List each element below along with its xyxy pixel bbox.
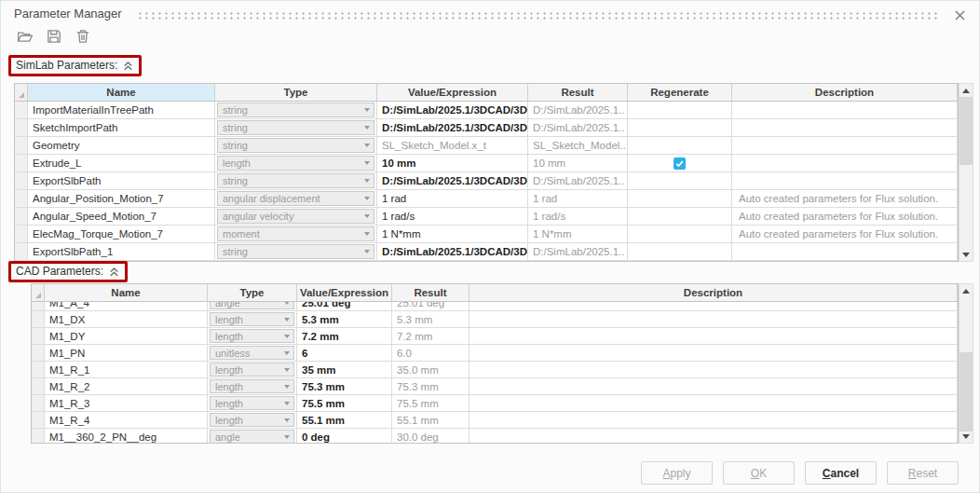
param-description-cell[interactable] [732, 119, 958, 137]
param-name-cell[interactable]: Extrude_L [28, 155, 215, 172]
apply-button[interactable]: Apply [641, 461, 713, 485]
type-dropdown[interactable]: angle [210, 430, 294, 444]
param-name-cell[interactable]: M1_DX [45, 311, 208, 328]
param-value-cell[interactable]: 35 mm [297, 362, 392, 378]
type-dropdown[interactable]: string [217, 244, 374, 259]
param-value-cell[interactable]: 10 mm [377, 155, 528, 172]
column-header-name[interactable]: Name [28, 84, 215, 102]
ok-button[interactable]: OK [723, 461, 795, 485]
column-header-type[interactable]: Type [208, 284, 297, 302]
param-regenerate-cell[interactable] [628, 137, 732, 155]
param-description-cell[interactable] [470, 302, 958, 311]
param-regenerate-cell[interactable] [628, 155, 732, 172]
scrollbar-thumb[interactable] [960, 97, 973, 165]
param-value-cell[interactable]: 1 rad/s [377, 208, 528, 226]
row-selector[interactable] [15, 137, 28, 155]
table-row[interactable]: M1_DY length 7.2 mm 7.2 mm [32, 328, 958, 345]
param-description-cell[interactable] [470, 395, 958, 412]
scrollbar-track[interactable] [960, 97, 973, 248]
type-dropdown[interactable]: unitless [210, 346, 294, 360]
param-description-cell[interactable] [732, 172, 958, 190]
select-all-corner[interactable] [32, 284, 45, 302]
param-name-cell[interactable]: M1_R_2 [45, 378, 208, 395]
row-selector[interactable] [32, 311, 45, 328]
cancel-button[interactable]: Cancel [805, 461, 877, 485]
param-description-cell[interactable]: Auto created parameters for Flux solutio… [732, 226, 958, 243]
table-row[interactable]: Geometry string SL_Sketch_Model.x_t SL_S… [15, 137, 958, 155]
param-description-cell[interactable] [470, 378, 958, 395]
param-name-cell[interactable]: ExportSlbPath_1 [28, 243, 215, 261]
column-header-description[interactable]: Description [470, 284, 958, 302]
param-name-cell[interactable]: SketchImportPath [28, 119, 215, 137]
type-dropdown[interactable]: length [210, 312, 294, 326]
param-regenerate-cell[interactable] [628, 190, 732, 208]
param-name-cell[interactable]: M1__360_2_PN__deg [45, 429, 208, 444]
param-name-cell[interactable]: ImportMaterialInTreePath [28, 102, 215, 119]
param-name-cell[interactable]: M1_R_4 [45, 412, 208, 429]
scroll-down-button[interactable] [960, 248, 973, 261]
param-regenerate-cell[interactable] [628, 208, 732, 226]
type-dropdown[interactable]: length [210, 379, 294, 393]
row-selector[interactable] [32, 362, 45, 378]
table-row[interactable]: SketchImportPath string D:/SimLab/2025.1… [15, 119, 958, 137]
param-description-cell[interactable] [470, 412, 958, 429]
table-row[interactable]: M1_R_3 length 75.5 mm 75.5 mm [32, 395, 958, 412]
table-row[interactable]: ElecMag_Torque_Motion_7 moment 1 N*mm 1 … [15, 226, 958, 243]
table-row[interactable]: M1_A_4 angle 25.01 deg 25.01 deg [32, 302, 958, 311]
param-regenerate-cell[interactable] [628, 119, 732, 137]
scrollbar-track[interactable] [960, 297, 973, 430]
param-value-cell[interactable]: D:/SimLab/2025.1/3DCAD/3DCA.. [377, 172, 528, 190]
param-value-cell[interactable]: D:/SimLab/2025.1/3DCAD/3DCA.. [377, 102, 528, 119]
delete-parameter-button[interactable] [72, 25, 94, 48]
param-value-cell[interactable]: 25.01 deg [297, 302, 392, 311]
param-regenerate-cell[interactable] [628, 172, 732, 190]
table-row[interactable]: M1_PN unitless 6 6.0 [32, 345, 958, 362]
param-name-cell[interactable]: M1_A_4 [45, 302, 208, 311]
param-name-cell[interactable]: M1_DY [45, 328, 208, 345]
param-value-cell[interactable]: 1 N*mm [377, 226, 528, 243]
simlab-collapse-toggle[interactable] [122, 60, 134, 72]
column-header-value[interactable]: Value/Expression [297, 284, 392, 302]
scroll-up-button[interactable] [960, 284, 973, 297]
scroll-down-button[interactable] [960, 430, 973, 443]
param-description-cell[interactable] [732, 102, 958, 119]
param-value-cell[interactable]: 7.2 mm [297, 328, 392, 345]
param-description-cell[interactable] [470, 429, 958, 444]
type-dropdown[interactable]: length [217, 156, 374, 171]
param-value-cell[interactable]: 1 rad [377, 190, 528, 208]
table-row[interactable]: Angular_Speed_Motion_7 angular velocity … [15, 208, 958, 226]
row-selector[interactable] [15, 119, 28, 137]
table-row[interactable]: ImportMaterialInTreePath string D:/SimLa… [15, 102, 958, 119]
param-value-cell[interactable]: D:/SimLab/2025.1/3DCAD/3DCA.. [377, 243, 528, 261]
param-description-cell[interactable]: Auto created parameters for Flux solutio… [732, 190, 958, 208]
cad-collapse-toggle[interactable] [108, 266, 120, 278]
param-name-cell[interactable]: Geometry [28, 137, 215, 155]
simlab-table-scrollbar[interactable] [959, 83, 973, 262]
param-description-cell[interactable] [470, 345, 958, 362]
table-row[interactable]: M1__360_2_PN__deg angle 0 deg 30.0 deg [32, 429, 958, 444]
reset-button[interactable]: Reset [887, 461, 959, 485]
type-dropdown[interactable]: length [210, 363, 294, 377]
select-all-corner[interactable] [15, 84, 28, 102]
type-dropdown[interactable]: moment [217, 226, 374, 241]
param-value-cell[interactable]: 0 deg [297, 429, 392, 444]
row-selector[interactable] [15, 155, 28, 172]
column-header-regenerate[interactable]: Regenerate [628, 84, 732, 102]
column-header-type[interactable]: Type [215, 84, 377, 102]
type-dropdown[interactable]: string [217, 138, 374, 153]
column-header-result[interactable]: Result [392, 284, 470, 302]
param-name-cell[interactable]: M1_R_1 [45, 362, 208, 378]
scroll-up-button[interactable] [960, 84, 973, 97]
row-selector[interactable] [15, 243, 28, 261]
type-dropdown[interactable]: length [210, 396, 294, 410]
param-value-cell[interactable]: 75.5 mm [297, 395, 392, 412]
param-value-cell[interactable]: D:/SimLab/2025.1/3DCAD/3DCA.. [377, 119, 528, 137]
table-row[interactable]: M1_R_2 length 75.3 mm 75.3 mm [32, 378, 958, 395]
param-name-cell[interactable]: Angular_Position_Motion_7 [28, 190, 215, 208]
param-name-cell[interactable]: M1_PN [45, 345, 208, 362]
row-selector[interactable] [32, 395, 45, 412]
cad-table-scrollbar[interactable] [959, 283, 973, 444]
param-name-cell[interactable]: M1_R_3 [45, 395, 208, 412]
table-row[interactable]: M1_R_1 length 35 mm 35.0 mm [32, 362, 958, 378]
table-row[interactable]: M1_DX length 5.3 mm 5.3 mm [32, 311, 958, 328]
